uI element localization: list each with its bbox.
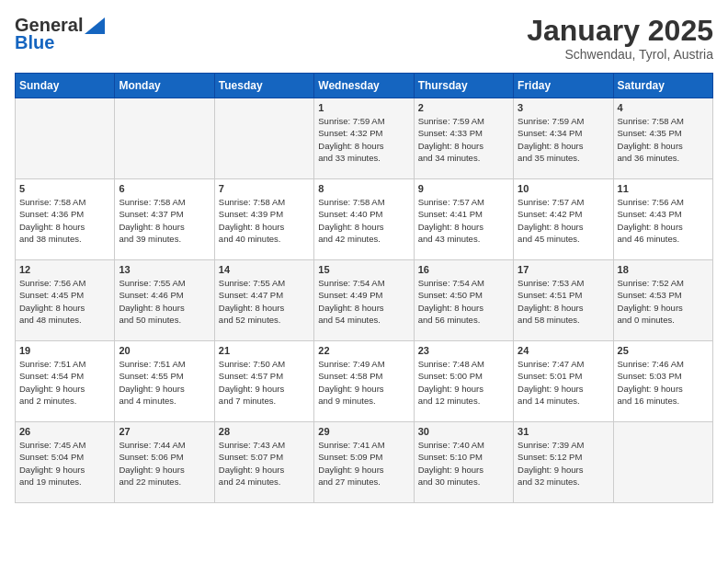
day-info: Sunrise: 7:43 AM Sunset: 5:07 PM Dayligh… xyxy=(219,439,310,488)
day-number: 29 xyxy=(318,426,409,437)
table-row: 30Sunrise: 7:40 AM Sunset: 5:10 PM Dayli… xyxy=(414,422,513,503)
day-info: Sunrise: 7:57 AM Sunset: 4:41 PM Dayligh… xyxy=(418,196,509,245)
calendar-table: Sunday Monday Tuesday Wednesday Thursday… xyxy=(15,73,713,503)
table-row: 16Sunrise: 7:54 AM Sunset: 4:50 PM Dayli… xyxy=(414,260,513,341)
day-info: Sunrise: 7:41 AM Sunset: 5:09 PM Dayligh… xyxy=(318,439,409,488)
day-number: 23 xyxy=(418,345,509,356)
table-row: 11Sunrise: 7:56 AM Sunset: 4:43 PM Dayli… xyxy=(613,179,712,260)
day-info: Sunrise: 7:58 AM Sunset: 4:39 PM Dayligh… xyxy=(219,196,310,245)
day-info: Sunrise: 7:59 AM Sunset: 4:34 PM Dayligh… xyxy=(518,115,609,164)
day-number: 26 xyxy=(19,426,110,437)
logo-blue-text: Blue xyxy=(15,32,54,53)
day-number: 20 xyxy=(119,345,210,356)
day-number: 8 xyxy=(318,183,409,194)
day-number: 11 xyxy=(618,183,709,194)
day-info: Sunrise: 7:50 AM Sunset: 4:57 PM Dayligh… xyxy=(219,358,310,407)
day-number: 2 xyxy=(418,102,509,113)
table-row: 8Sunrise: 7:58 AM Sunset: 4:40 PM Daylig… xyxy=(314,179,414,260)
day-info: Sunrise: 7:48 AM Sunset: 5:00 PM Dayligh… xyxy=(418,358,509,407)
table-row: 29Sunrise: 7:41 AM Sunset: 5:09 PM Dayli… xyxy=(314,422,414,503)
logo-icon xyxy=(85,17,105,34)
table-row: 5Sunrise: 7:58 AM Sunset: 4:36 PM Daylig… xyxy=(16,179,115,260)
day-number: 28 xyxy=(219,426,310,437)
table-row: 3Sunrise: 7:59 AM Sunset: 4:34 PM Daylig… xyxy=(514,98,613,179)
day-number: 18 xyxy=(618,264,709,275)
title-block: January 2025 Schwendau, Tyrol, Austria xyxy=(527,15,713,62)
day-number: 9 xyxy=(418,183,509,194)
table-row: 7Sunrise: 7:58 AM Sunset: 4:39 PM Daylig… xyxy=(214,179,313,260)
day-number: 4 xyxy=(618,102,709,113)
day-info: Sunrise: 7:47 AM Sunset: 5:01 PM Dayligh… xyxy=(518,358,609,407)
day-number: 21 xyxy=(219,345,310,356)
day-number: 14 xyxy=(219,264,310,275)
day-info: Sunrise: 7:54 AM Sunset: 4:49 PM Dayligh… xyxy=(318,277,409,326)
table-row: 22Sunrise: 7:49 AM Sunset: 4:58 PM Dayli… xyxy=(314,341,414,422)
day-info: Sunrise: 7:55 AM Sunset: 4:46 PM Dayligh… xyxy=(119,277,210,326)
day-info: Sunrise: 7:57 AM Sunset: 4:42 PM Dayligh… xyxy=(518,196,609,245)
table-row: 25Sunrise: 7:46 AM Sunset: 5:03 PM Dayli… xyxy=(613,341,712,422)
day-number: 5 xyxy=(19,183,110,194)
day-info: Sunrise: 7:46 AM Sunset: 5:03 PM Dayligh… xyxy=(618,358,709,407)
table-row xyxy=(16,98,115,179)
day-info: Sunrise: 7:44 AM Sunset: 5:06 PM Dayligh… xyxy=(119,439,210,488)
table-row: 31Sunrise: 7:39 AM Sunset: 5:12 PM Dayli… xyxy=(514,422,613,503)
table-row: 18Sunrise: 7:52 AM Sunset: 4:53 PM Dayli… xyxy=(613,260,712,341)
day-info: Sunrise: 7:59 AM Sunset: 4:32 PM Dayligh… xyxy=(318,115,409,164)
day-info: Sunrise: 7:52 AM Sunset: 4:53 PM Dayligh… xyxy=(618,277,709,326)
day-info: Sunrise: 7:56 AM Sunset: 4:43 PM Dayligh… xyxy=(618,196,709,245)
table-row xyxy=(214,98,313,179)
day-info: Sunrise: 7:51 AM Sunset: 4:54 PM Dayligh… xyxy=(19,358,110,407)
header-saturday: Saturday xyxy=(613,74,712,98)
table-row: 21Sunrise: 7:50 AM Sunset: 4:57 PM Dayli… xyxy=(214,341,313,422)
table-row: 28Sunrise: 7:43 AM Sunset: 5:07 PM Dayli… xyxy=(214,422,313,503)
day-number: 27 xyxy=(119,426,210,437)
header-friday: Friday xyxy=(514,74,613,98)
table-row: 2Sunrise: 7:59 AM Sunset: 4:33 PM Daylig… xyxy=(414,98,513,179)
table-row: 9Sunrise: 7:57 AM Sunset: 4:41 PM Daylig… xyxy=(414,179,513,260)
calendar-subtitle: Schwendau, Tyrol, Austria xyxy=(527,47,713,62)
table-row: 27Sunrise: 7:44 AM Sunset: 5:06 PM Dayli… xyxy=(115,422,214,503)
table-row xyxy=(613,422,712,503)
table-row: 10Sunrise: 7:57 AM Sunset: 4:42 PM Dayli… xyxy=(514,179,613,260)
day-number: 6 xyxy=(119,183,210,194)
day-info: Sunrise: 7:55 AM Sunset: 4:47 PM Dayligh… xyxy=(219,277,310,326)
day-info: Sunrise: 7:51 AM Sunset: 4:55 PM Dayligh… xyxy=(119,358,210,407)
day-info: Sunrise: 7:54 AM Sunset: 4:50 PM Dayligh… xyxy=(418,277,509,326)
calendar-week-row: 5Sunrise: 7:58 AM Sunset: 4:36 PM Daylig… xyxy=(16,179,713,260)
day-info: Sunrise: 7:53 AM Sunset: 4:51 PM Dayligh… xyxy=(518,277,609,326)
calendar-header-row: Sunday Monday Tuesday Wednesday Thursday… xyxy=(16,74,713,98)
day-info: Sunrise: 7:58 AM Sunset: 4:35 PM Dayligh… xyxy=(618,115,709,164)
table-row: 23Sunrise: 7:48 AM Sunset: 5:00 PM Dayli… xyxy=(414,341,513,422)
table-row: 1Sunrise: 7:59 AM Sunset: 4:32 PM Daylig… xyxy=(314,98,414,179)
day-info: Sunrise: 7:58 AM Sunset: 4:36 PM Dayligh… xyxy=(19,196,110,245)
table-row: 19Sunrise: 7:51 AM Sunset: 4:54 PM Dayli… xyxy=(16,341,115,422)
day-number: 10 xyxy=(518,183,609,194)
day-info: Sunrise: 7:59 AM Sunset: 4:33 PM Dayligh… xyxy=(418,115,509,164)
header-thursday: Thursday xyxy=(414,74,513,98)
table-row: 17Sunrise: 7:53 AM Sunset: 4:51 PM Dayli… xyxy=(514,260,613,341)
table-row xyxy=(115,98,214,179)
calendar-week-row: 26Sunrise: 7:45 AM Sunset: 5:04 PM Dayli… xyxy=(16,422,713,503)
day-number: 15 xyxy=(318,264,409,275)
table-row: 26Sunrise: 7:45 AM Sunset: 5:04 PM Dayli… xyxy=(16,422,115,503)
svg-marker-0 xyxy=(85,17,105,34)
header-tuesday: Tuesday xyxy=(214,74,313,98)
table-row: 14Sunrise: 7:55 AM Sunset: 4:47 PM Dayli… xyxy=(214,260,313,341)
day-number: 25 xyxy=(618,345,709,356)
day-number: 16 xyxy=(418,264,509,275)
day-info: Sunrise: 7:39 AM Sunset: 5:12 PM Dayligh… xyxy=(518,439,609,488)
day-info: Sunrise: 7:56 AM Sunset: 4:45 PM Dayligh… xyxy=(19,277,110,326)
calendar-body: 1Sunrise: 7:59 AM Sunset: 4:32 PM Daylig… xyxy=(16,98,713,503)
table-row: 24Sunrise: 7:47 AM Sunset: 5:01 PM Dayli… xyxy=(514,341,613,422)
table-row: 6Sunrise: 7:58 AM Sunset: 4:37 PM Daylig… xyxy=(115,179,214,260)
day-number: 3 xyxy=(518,102,609,113)
table-row: 4Sunrise: 7:58 AM Sunset: 4:35 PM Daylig… xyxy=(613,98,712,179)
logo: General Blue xyxy=(15,15,105,53)
day-number: 24 xyxy=(518,345,609,356)
day-number: 22 xyxy=(318,345,409,356)
day-info: Sunrise: 7:58 AM Sunset: 4:37 PM Dayligh… xyxy=(119,196,210,245)
calendar-week-row: 12Sunrise: 7:56 AM Sunset: 4:45 PM Dayli… xyxy=(16,260,713,341)
day-info: Sunrise: 7:40 AM Sunset: 5:10 PM Dayligh… xyxy=(418,439,509,488)
day-number: 31 xyxy=(518,426,609,437)
calendar-title: January 2025 xyxy=(527,15,713,47)
